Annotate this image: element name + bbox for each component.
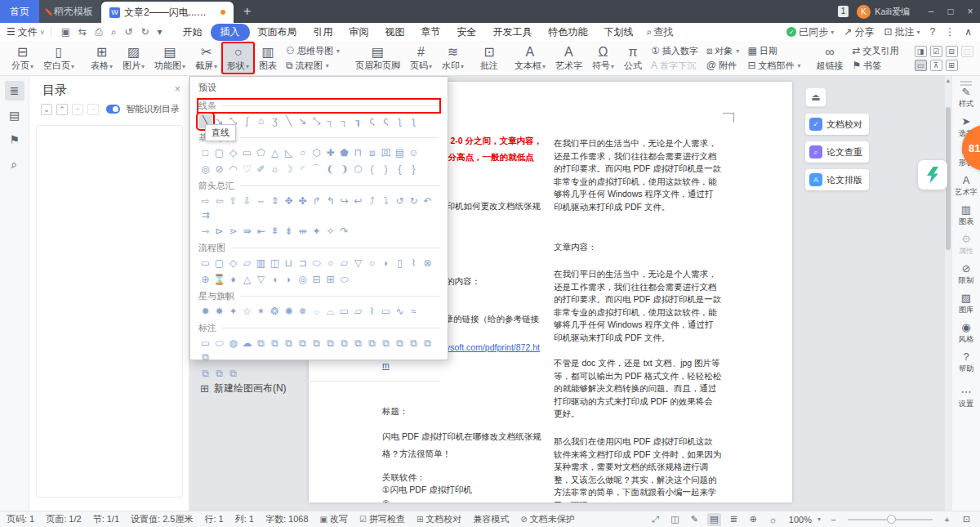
shape-icon[interactable]: ❩ xyxy=(337,163,351,176)
shape-icon[interactable]: ◍ xyxy=(226,337,240,351)
shape-icon[interactable]: ┒ xyxy=(351,114,365,128)
shape-icon[interactable]: ⇉ xyxy=(198,208,212,222)
ribbon-small-button[interactable]: @附件 xyxy=(706,60,740,72)
document-tab[interactable]: W 文章2——闪电...起步就能搞定！ xyxy=(101,2,234,23)
shape-icon[interactable]: ⇩ xyxy=(240,194,254,208)
ribbon-button[interactable]: A文本框▾ xyxy=(510,42,550,74)
ribbon-button[interactable]: ▥图表 xyxy=(254,42,282,74)
shape-icon[interactable]: ↱ xyxy=(310,194,323,208)
shape-icon[interactable]: ⇹ xyxy=(296,225,310,239)
status-item[interactable]: 节: 1/1 xyxy=(93,513,119,525)
shape-icon[interactable]: ▭ xyxy=(198,337,212,351)
menu-tab[interactable]: 视图 xyxy=(377,24,413,41)
shape-icon[interactable]: ♦ xyxy=(226,273,240,287)
comments-panel-icon[interactable]: ▤ xyxy=(5,105,24,125)
shape-icon[interactable]: ⬠ xyxy=(254,146,268,160)
ribbon-small-button[interactable]: ▦日期 xyxy=(747,45,800,57)
sync-doc-icon[interactable]: ⇆ xyxy=(74,26,91,38)
ribbon-button[interactable]: ∞超链接 xyxy=(811,42,848,74)
minimize-button[interactable]: – xyxy=(921,0,941,23)
shape-icon[interactable]: ▱ xyxy=(337,257,351,270)
status-item[interactable]: ▣改写 xyxy=(320,513,348,525)
ribbon-small-button[interactable]: ⧉流程图▾ xyxy=(286,60,340,72)
shape-icon[interactable]: ▭ xyxy=(379,305,393,319)
ribbon-button[interactable]: ▨图片▾ xyxy=(118,42,149,74)
shape-icon[interactable]: ♡ xyxy=(240,163,254,176)
more-menu-button[interactable]: ⋮ xyxy=(945,26,955,38)
menu-tab[interactable]: 开发工具 xyxy=(485,24,541,41)
shape-icon[interactable]: ☽ xyxy=(282,163,296,176)
toc-tool-button[interactable]: － xyxy=(87,104,99,115)
shape-icon[interactable]: ↪ xyxy=(337,194,351,208)
user-avatar[interactable]: K xyxy=(857,5,871,19)
shape-icon[interactable]: ↰ xyxy=(323,194,337,208)
shape-icon[interactable]: ⧉ xyxy=(351,337,365,351)
shape-icon[interactable]: ✦ xyxy=(310,225,323,239)
shape-icon[interactable]: ☼ xyxy=(268,163,282,176)
shape-icon[interactable]: ✴ xyxy=(254,305,268,319)
shape-icon[interactable]: ⧉ xyxy=(282,337,296,351)
comment-button[interactable]: ⊡ 批注 ▾ xyxy=(884,25,920,39)
new-tab-button[interactable]: + xyxy=(234,0,261,23)
shape-icon[interactable]: ⊕ xyxy=(198,273,212,287)
shape-icon[interactable]: ⧉ xyxy=(268,337,282,351)
sync-status-button[interactable]: ✓ 已同步 ▾ xyxy=(786,25,834,39)
shape-icon[interactable]: ⊐ xyxy=(296,257,310,270)
shape-icon[interactable]: ≈ xyxy=(407,305,421,319)
shape-icon[interactable]: ⧉ xyxy=(323,337,337,351)
ribbon-small-button[interactable]: ⚑书签 xyxy=(852,60,898,72)
shape-icon[interactable]: □ xyxy=(198,146,212,160)
view-mode-icon[interactable]: ⊕ xyxy=(746,513,760,526)
shape-icon[interactable]: ⇞ xyxy=(268,225,282,239)
assistant-button[interactable]: ⌕论文查重 xyxy=(805,141,869,163)
shape-icon[interactable]: ◎ xyxy=(296,273,310,287)
shape-icon[interactable]: ☁ xyxy=(240,337,254,351)
menu-tab[interactable]: 引用 xyxy=(305,24,341,41)
shape-icon[interactable]: ◇ xyxy=(226,146,240,160)
shape-icon[interactable]: ✧ xyxy=(323,225,337,239)
shape-icon[interactable]: ✚ xyxy=(323,146,337,160)
shape-icon[interactable]: ◜ xyxy=(296,163,310,176)
ribbon-small-button[interactable]: ⇄交叉引用 xyxy=(852,45,898,57)
fit-page-button[interactable]: ⊡ xyxy=(960,513,973,526)
shape-icon[interactable]: ⇟ xyxy=(282,225,296,239)
shape-icon[interactable]: ◠ xyxy=(226,163,240,176)
shape-icon[interactable]: ↘ xyxy=(296,114,310,128)
view-mode-icon[interactable]: ≣ xyxy=(727,513,741,526)
help-button[interactable]: ? xyxy=(930,26,936,38)
shape-icon[interactable]: ↩ xyxy=(351,194,365,208)
sidebar-item-设置[interactable]: ⋯设置 xyxy=(952,386,980,409)
more-icon[interactable]: ▾ xyxy=(154,26,167,38)
sidebar-item-图表[interactable]: ▥图表 xyxy=(952,203,980,227)
zoom-in-button[interactable]: + xyxy=(940,513,954,526)
view-mode-icon[interactable]: ◫ xyxy=(668,513,682,526)
shape-icon[interactable]: ∿ xyxy=(393,305,407,319)
shape-icon[interactable]: ʒ xyxy=(268,114,282,128)
status-item[interactable]: ⊘文档未保护 xyxy=(520,513,574,525)
status-item[interactable]: 列: 1 xyxy=(235,513,254,525)
ribbon-button[interactable]: ✂截屏▾ xyxy=(190,42,222,74)
status-item[interactable]: 行: 1 xyxy=(204,513,223,525)
sidebar-item-图库[interactable]: ▨图库 xyxy=(952,292,980,315)
zoom-slider[interactable] xyxy=(848,519,933,520)
shape-icon[interactable]: ⧉ xyxy=(310,337,323,351)
view-toggle-icon[interactable]: ◨ xyxy=(915,46,927,57)
ribbon-button[interactable]: π公式 xyxy=(619,42,647,74)
maximize-button[interactable]: □ xyxy=(941,0,960,23)
find-menu[interactable]: ⌕ 查找 xyxy=(647,25,674,39)
shape-icon[interactable]: ○ xyxy=(365,257,379,270)
shape-icon[interactable]: ⇧ xyxy=(226,194,240,208)
sidebar-item-帮助[interactable]: ?帮助 xyxy=(952,351,980,374)
assistant-button[interactable]: ✓文档校对 xyxy=(805,114,869,135)
view-toggle-icon[interactable]: ▭ xyxy=(915,60,927,71)
shape-icon[interactable]: ⌇ xyxy=(365,305,379,319)
shape-icon[interactable]: ⧉ xyxy=(337,337,351,351)
file-menu[interactable]: ☰ 文件 ∨ xyxy=(0,25,45,39)
shape-icon[interactable]: ⤵ xyxy=(379,194,393,208)
shape-icon[interactable]: ▯ xyxy=(393,257,407,270)
shape-icon[interactable]: ╲ xyxy=(282,114,296,128)
shape-icon[interactable]: ⇨ xyxy=(198,194,212,208)
status-item[interactable]: 设置值: 2.5厘米 xyxy=(131,513,193,525)
bookmarks-panel-icon[interactable]: ⚑ xyxy=(5,130,24,150)
shape-icon[interactable]: ⧉ xyxy=(407,337,421,351)
